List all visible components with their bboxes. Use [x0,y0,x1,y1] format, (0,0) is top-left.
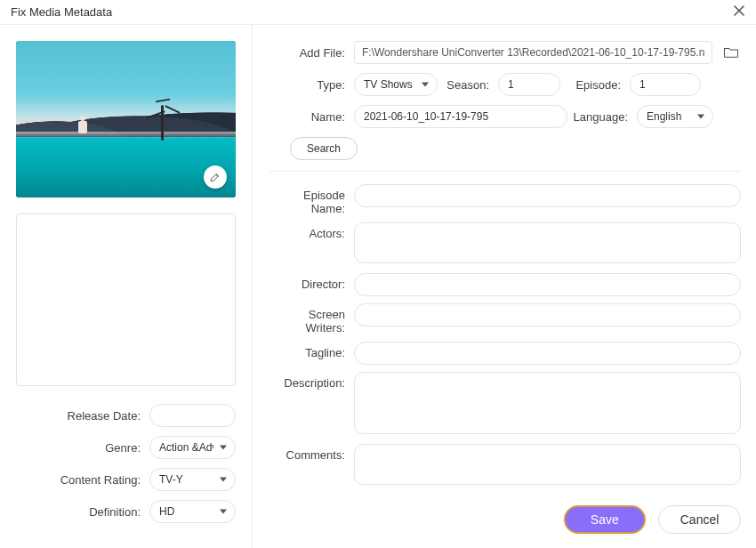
screen-writers-input[interactable] [354,303,741,326]
genre-label: Genre: [16,441,149,455]
search-button[interactable]: Search [290,137,358,160]
add-file-path[interactable]: F:\Wondershare UniConverter 13\Recorded\… [354,41,712,64]
media-thumbnail [16,41,236,197]
director-label: Director: [269,273,354,291]
close-icon[interactable] [733,4,745,20]
comments-input[interactable] [354,444,741,485]
name-label: Name: [269,110,354,124]
episode-name-label: Episode Name: [269,184,354,215]
content-rating-label: Content Rating: [16,473,149,487]
language-select[interactable]: English [637,105,713,128]
episode-label: Episode: [560,78,630,92]
actors-label: Actors: [269,222,354,240]
episode-input[interactable] [630,73,701,96]
type-label: Type: [269,78,354,92]
tagline-input[interactable] [354,342,741,365]
release-date-label: Release Date: [16,409,149,423]
content-rating-select[interactable]: TV-Y [149,468,236,491]
genre-select[interactable]: Action &Adv [149,436,236,459]
browse-folder-icon[interactable] [721,43,741,62]
definition-label: Definition: [16,505,149,519]
add-file-label: Add File: [269,46,354,60]
season-label: Season: [438,78,498,92]
definition-select[interactable]: HD [149,500,236,523]
divider [269,171,741,172]
left-pane: Release Date: Genre: Action &Adv Content… [0,25,253,548]
titlebar: Fix Media Metadata [0,0,756,25]
poster-placeholder[interactable] [16,214,236,386]
director-input[interactable] [354,273,741,296]
comments-label: Comments: [269,444,354,462]
description-input[interactable] [354,372,741,434]
screen-writers-label: Screen Writers: [269,303,354,334]
right-pane: Add File: F:\Wondershare UniConverter 13… [253,25,756,548]
tagline-label: Tagline: [269,342,354,359]
description-label: Description: [269,372,354,390]
language-label: Language: [567,110,637,124]
cancel-button[interactable]: Cancel [658,505,742,534]
actors-input[interactable] [354,222,741,263]
name-input[interactable] [354,105,567,128]
type-select[interactable]: TV Shows [354,73,438,96]
episode-name-input[interactable] [354,184,741,207]
save-button[interactable]: Save [564,505,646,534]
release-date-input[interactable] [149,404,236,427]
season-input[interactable] [498,73,560,96]
window-title: Fix Media Metadata [11,5,112,19]
edit-thumbnail-button[interactable] [204,165,227,189]
